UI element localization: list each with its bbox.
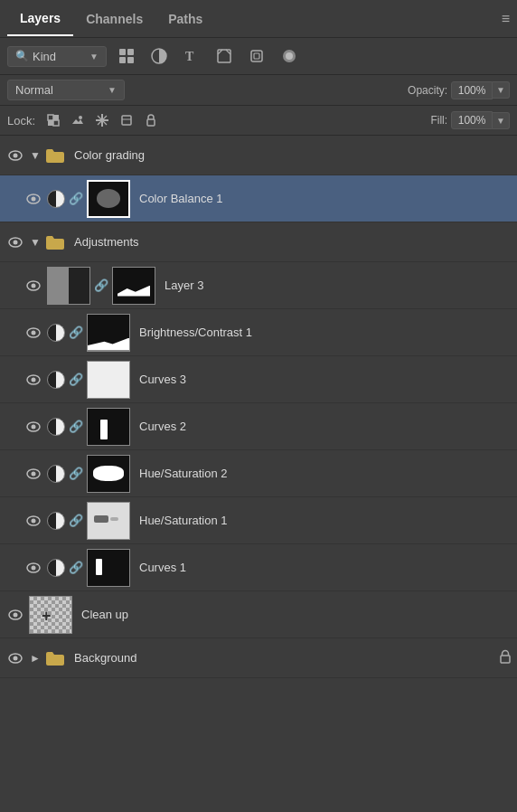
layer-row[interactable]: 🔗 Curves 1 [0, 544, 517, 591]
thumbnail-image [100, 420, 108, 439]
group-expand-icon[interactable]: ▼ [29, 149, 42, 162]
svg-point-28 [14, 240, 18, 244]
svg-point-30 [32, 283, 36, 288]
visibility-icon[interactable] [24, 323, 43, 343]
svg-point-46 [14, 656, 18, 660]
thumbnail-image [96, 559, 102, 575]
svg-point-42 [32, 565, 36, 570]
svg-point-15 [79, 116, 82, 119]
lock-image-icon[interactable] [68, 110, 88, 130]
thumbnail-image [48, 268, 69, 304]
smartobject-filter-icon[interactable] [244, 43, 269, 69]
layer-thumbnail [87, 502, 130, 540]
svg-point-36 [32, 424, 36, 429]
layer-row[interactable]: 🔗 Curves 2 [0, 403, 517, 450]
chain-icon: 🔗 [69, 190, 83, 208]
layer-name: Clean up [76, 608, 512, 621]
thumbnail-image [110, 517, 118, 522]
visibility-icon[interactable] [5, 232, 25, 252]
svg-rect-13 [48, 120, 53, 126]
shape-filter-icon[interactable] [212, 43, 237, 69]
layer-name: Color Balance 1 [134, 192, 512, 205]
svg-rect-20 [122, 116, 131, 125]
layer-row[interactable]: ▼ Color grading [0, 136, 517, 175]
chain-icon: 🔗 [69, 465, 83, 483]
adjustment-icon [47, 371, 65, 389]
type-filter-icon[interactable]: T [179, 43, 204, 69]
visibility-icon[interactable] [24, 370, 43, 390]
visibility-icon[interactable] [24, 189, 43, 209]
svg-rect-12 [53, 115, 59, 120]
blend-mode-arrow-icon: ▼ [108, 85, 117, 95]
adjustment-icon [47, 324, 65, 342]
opacity-input[interactable] [451, 81, 493, 99]
layer-name: Layer 3 [159, 279, 512, 292]
kind-dropdown[interactable]: 🔍 Kind ▼ [7, 46, 107, 67]
group-expand-icon[interactable]: ▼ [29, 236, 42, 249]
layer-thumbnail [87, 180, 130, 218]
layer-row[interactable]: 🔗 Hue/Saturation 2 [0, 450, 517, 497]
layer-thumbnail [87, 455, 130, 493]
layer-row[interactable]: 🔗 Layer 3 [0, 262, 517, 309]
adjustment-icon [47, 559, 65, 577]
svg-rect-11 [48, 115, 53, 120]
layer-name: Hue/Saturation 1 [134, 514, 512, 527]
lock-label: Lock: [7, 114, 35, 127]
lock-fill-toolbar: Lock: Fill: ▼ [0, 106, 517, 136]
layer-thumbnail [87, 361, 130, 399]
folder-icon [45, 234, 65, 250]
layer-row[interactable]: 🔗 Hue/Saturation 1 [0, 497, 517, 544]
svg-rect-3 [127, 57, 134, 63]
blend-mode-label: Normal [15, 83, 104, 97]
layer-name: Adjustments [69, 235, 512, 249]
layer-thumbnail [87, 549, 130, 587]
lock-position-icon[interactable] [92, 110, 112, 130]
visibility-icon[interactable] [24, 417, 43, 437]
fill-input[interactable] [451, 111, 493, 129]
lock-artboards-icon[interactable] [117, 110, 136, 130]
blend-mode-dropdown[interactable]: Normal ▼ [7, 80, 125, 100]
tabs-bar: Layers Channels Paths ≡ [0, 0, 517, 38]
layer-row[interactable]: 🔗 Brightness/Contrast 1 [0, 309, 517, 356]
visibility-icon[interactable] [5, 605, 25, 625]
visibility-icon[interactable] [24, 276, 43, 296]
layer-style-filter-icon[interactable] [277, 43, 302, 69]
visibility-icon[interactable] [24, 558, 43, 578]
panel-menu-icon[interactable]: ≡ [502, 11, 510, 27]
adjustment-icon [47, 512, 65, 530]
lock-transparent-icon[interactable] [43, 110, 63, 130]
layer-row[interactable]: ▼ Adjustments [0, 222, 517, 262]
chain-icon: 🔗 [69, 324, 83, 342]
tab-channels[interactable]: Channels [73, 3, 155, 35]
visibility-icon[interactable] [24, 511, 43, 531]
opacity-arrow-icon[interactable]: ▼ [493, 81, 510, 99]
layer-row[interactable]: ► Background [0, 638, 517, 678]
fill-section: Fill: ▼ [430, 111, 510, 129]
layer-row[interactable]: 🔗 Color Balance 1 [0, 175, 517, 222]
layer-name: Curves 1 [134, 561, 512, 574]
group-expand-icon[interactable]: ► [29, 652, 42, 665]
layer-row[interactable]: 🔗 Curves 3 [0, 356, 517, 403]
fill-arrow-icon[interactable]: ▼ [493, 112, 510, 129]
visibility-icon[interactable] [5, 146, 25, 165]
layer-name: Color grading [69, 148, 512, 162]
svg-point-10 [286, 52, 293, 60]
visibility-icon[interactable] [24, 464, 43, 484]
thumbnail-image [88, 315, 129, 351]
layer-thumbnail [87, 408, 130, 446]
layer-thumbnail [47, 267, 90, 305]
adjustment-filter-icon[interactable] [146, 43, 172, 69]
search-icon: 🔍 [15, 50, 29, 62]
layer-row[interactable]: + Clean up [0, 591, 517, 638]
layer-name: Curves 2 [134, 420, 512, 433]
svg-rect-1 [127, 49, 134, 55]
tab-layers[interactable]: Layers [7, 2, 73, 36]
folder-icon [45, 650, 65, 666]
pixel-filter-icon[interactable] [114, 43, 139, 69]
lock-all-icon[interactable] [141, 110, 161, 130]
folder-icon [45, 147, 65, 164]
tab-paths[interactable]: Paths [155, 3, 215, 35]
visibility-icon[interactable] [5, 648, 25, 668]
svg-rect-14 [53, 120, 59, 126]
svg-text:T: T [185, 50, 194, 63]
